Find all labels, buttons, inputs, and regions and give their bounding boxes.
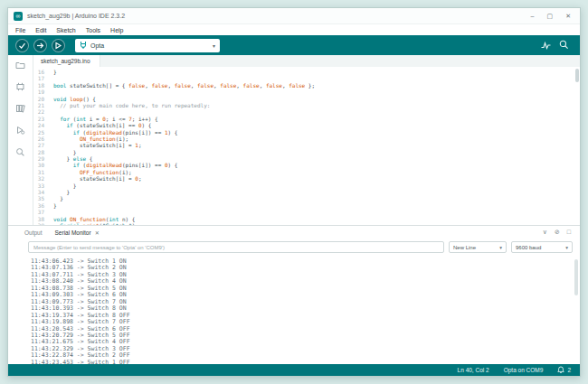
- editor-tab-bar: sketch_aug29b.ino: [33, 55, 580, 67]
- code-line: 19: [33, 89, 580, 95]
- serial-log-line: 11:43:23.453 -> Switch 1 OFF: [31, 360, 580, 364]
- editor-scrollbar[interactable]: [575, 69, 579, 82]
- line-number: 19: [33, 89, 44, 95]
- menu-edit[interactable]: Edit: [35, 27, 46, 33]
- line-number: 38: [33, 216, 44, 222]
- line-number: 20: [33, 96, 44, 102]
- line-number: 33: [33, 183, 44, 189]
- chevron-down-icon: ▾: [213, 42, 215, 49]
- line-number: 27: [33, 142, 44, 148]
- line-number: 26: [33, 136, 44, 142]
- board-port-indicator[interactable]: Opta on COM9: [504, 367, 544, 373]
- code-line: 35 }: [33, 195, 580, 201]
- code-line: 37: [33, 209, 580, 215]
- line-number: 37: [33, 209, 44, 215]
- debug-icon: [54, 42, 62, 50]
- verify-button[interactable]: [15, 39, 29, 52]
- check-icon: [18, 42, 26, 50]
- line-number: 36: [33, 202, 44, 209]
- line-number: 29: [33, 155, 44, 162]
- board-selector-label: Opta: [90, 42, 104, 49]
- window-title: sketch_aug29b | Arduino IDE 2.3.2: [27, 13, 125, 19]
- line-number: 21: [33, 102, 44, 108]
- tab-serial-monitor[interactable]: Serial Monitor ✕: [55, 229, 100, 236]
- bell-icon: [557, 366, 564, 375]
- line-ending-dropdown[interactable]: New Line ▾: [449, 241, 507, 253]
- collapse-panel-icon[interactable]: ∨: [543, 228, 547, 237]
- code-line: 34 }: [33, 189, 580, 195]
- code-line: 22: [33, 108, 580, 115]
- maximize-button[interactable]: ▢: [547, 12, 554, 21]
- minimize-button[interactable]: –: [531, 12, 535, 21]
- line-number: 30: [33, 162, 44, 168]
- menu-help[interactable]: Help: [110, 27, 123, 33]
- line-number: 39: [33, 222, 44, 225]
- line-number: 17: [33, 75, 44, 81]
- line-number: 31: [33, 169, 44, 175]
- code-line: 29 } else {: [33, 155, 580, 162]
- line-number: 28: [33, 149, 44, 155]
- tab-output[interactable]: Output: [24, 229, 43, 236]
- right-arrow-icon: [36, 42, 44, 50]
- menu-file[interactable]: File: [15, 27, 25, 33]
- debug-sidebar-icon[interactable]: [15, 125, 26, 136]
- notification-count: 2: [567, 367, 571, 373]
- line-ending-value: New Line: [453, 245, 476, 250]
- code-line: 27 stateSwitch[i] = 1;: [33, 142, 580, 148]
- clear-output-icon[interactable]: ⊘: [555, 228, 560, 237]
- code-line: 21 // put your main code here, to run re…: [33, 102, 580, 108]
- sketchbook-folder-icon[interactable]: [15, 60, 26, 70]
- line-number: 23: [33, 116, 44, 122]
- menu-bar: File Edit Sketch Tools Help: [8, 24, 580, 35]
- serial-message-row: New Line ▾ 9600 baud ▾: [8, 239, 580, 256]
- code-line: 31 OFF_function(i);: [33, 169, 580, 175]
- close-tab-icon[interactable]: ✕: [95, 229, 100, 236]
- line-number: 24: [33, 122, 44, 128]
- serial-plotter-icon[interactable]: [541, 37, 551, 53]
- code-line: 30 if (digitalRead(pins[i]) == 0) {: [33, 162, 580, 168]
- code-line: 25 if (digitalRead(pins[i]) == 1) {: [33, 129, 580, 136]
- code-line: 26 ON_function(i);: [33, 136, 580, 142]
- code-line: 16}: [33, 69, 580, 75]
- upload-button[interactable]: [33, 39, 47, 52]
- code-editor[interactable]: 16}1718bool stateSwitch[] = { false, fal…: [33, 67, 580, 225]
- toolbar: Opta ▾: [8, 35, 580, 55]
- main-area: sketch_aug29b.ino 16}1718bool stateSwitc…: [8, 55, 580, 225]
- baud-rate-dropdown[interactable]: 9600 baud ▾: [511, 241, 573, 253]
- maximize-panel-icon[interactable]: □: [567, 228, 571, 237]
- activity-bar: [8, 55, 33, 225]
- chevron-down-icon: ▾: [565, 245, 568, 250]
- line-number: 16: [33, 69, 44, 75]
- editor: sketch_aug29b.ino 16}1718bool stateSwitc…: [33, 55, 580, 225]
- boards-manager-icon[interactable]: [15, 81, 26, 92]
- line-number: 22: [33, 108, 44, 115]
- panel-tab-bar: Output Serial Monitor ✕ ∨ ⊘ □: [8, 226, 580, 239]
- serial-monitor-icon[interactable]: [559, 37, 569, 53]
- arduino-ide-window: ∞ sketch_aug29b | Arduino IDE 2.3.2 – ▢ …: [7, 7, 581, 377]
- debug-button[interactable]: [52, 39, 65, 52]
- close-button[interactable]: ✕: [565, 12, 571, 21]
- menu-sketch[interactable]: Sketch: [56, 27, 75, 33]
- code-line: 33 }: [33, 183, 580, 189]
- board-selector-dropdown[interactable]: Opta ▾: [75, 39, 220, 52]
- title-bar: ∞ sketch_aug29b | Arduino IDE 2.3.2 – ▢ …: [8, 8, 580, 24]
- bottom-panel: Output Serial Monitor ✕ ∨ ⊘ □ New Line ▾…: [8, 225, 580, 364]
- serial-monitor-log[interactable]: 11:43:06.423 -> Switch 1 ON11:43:07.136 …: [8, 256, 580, 364]
- tab-sketch-file[interactable]: sketch_aug29b.ino: [33, 55, 100, 67]
- menu-tools[interactable]: Tools: [86, 27, 100, 33]
- baud-rate-value: 9600 baud: [516, 245, 541, 250]
- line-number: 25: [33, 129, 44, 136]
- search-icon[interactable]: [15, 146, 26, 157]
- serial-message-input[interactable]: [28, 241, 444, 253]
- library-manager-icon[interactable]: [15, 103, 26, 114]
- code-line: 20void loop() {: [33, 96, 580, 102]
- notifications[interactable]: 2: [557, 366, 571, 375]
- status-bar: Ln 40, Col 2 Opta on COM9 2: [8, 364, 580, 376]
- code-line: 32 stateSwitch[i] = 0;: [33, 175, 580, 182]
- line-number: 35: [33, 195, 44, 201]
- code-line: 28 }: [33, 149, 580, 155]
- cursor-position: Ln 40, Col 2: [458, 367, 489, 373]
- serial-log-scrollbar[interactable]: [574, 259, 578, 295]
- line-number: 32: [33, 175, 44, 182]
- serial-monitor-tab-label: Serial Monitor: [55, 229, 91, 236]
